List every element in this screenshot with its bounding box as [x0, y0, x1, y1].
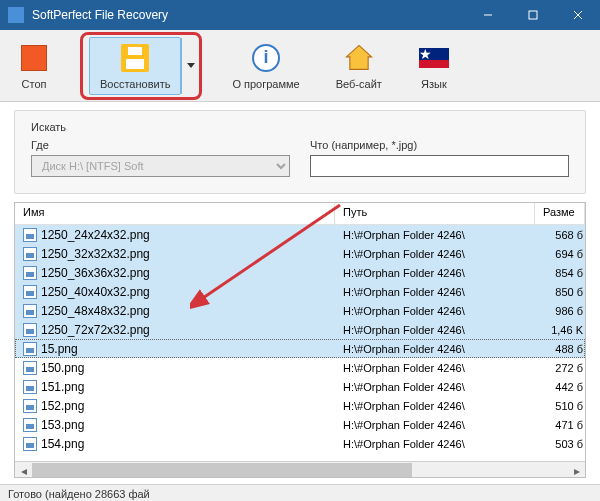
- table-row[interactable]: 1250_32x32x32.pngH:\#Orphan Folder 4246\…: [15, 244, 585, 263]
- file-path: H:\#Orphan Folder 4246\: [335, 229, 535, 241]
- file-name: 1250_72x72x32.png: [41, 323, 150, 337]
- search-panel: Искать Где Диск H:\ [NTFS] Soft Что (нап…: [14, 110, 586, 194]
- restore-button[interactable]: Восстановить: [89, 37, 181, 95]
- maximize-button[interactable]: [510, 0, 555, 30]
- file-size: 694 б: [535, 248, 585, 260]
- file-path: H:\#Orphan Folder 4246\: [335, 419, 535, 431]
- file-icon: [23, 266, 37, 280]
- search-section-label: Искать: [31, 121, 569, 133]
- column-path[interactable]: Путь: [335, 203, 535, 224]
- file-icon: [23, 247, 37, 261]
- file-icon: [23, 418, 37, 432]
- file-path: H:\#Orphan Folder 4246\: [335, 267, 535, 279]
- file-size: 1,46 K: [535, 324, 585, 336]
- file-path: H:\#Orphan Folder 4246\: [335, 400, 535, 412]
- chevron-down-icon: [187, 63, 195, 68]
- file-name: 153.png: [41, 418, 84, 432]
- restore-dropdown-button[interactable]: [181, 38, 199, 94]
- file-list: Имя Путь Разме 1250_24x24x32.pngH:\#Orph…: [14, 202, 586, 478]
- file-name: 154.png: [41, 437, 84, 451]
- file-size: 503 б: [535, 438, 585, 450]
- table-row[interactable]: 151.pngH:\#Orphan Folder 4246\442 б: [15, 377, 585, 396]
- statusbar: Готово (найдено 28663 фай: [0, 484, 600, 501]
- file-size: 850 б: [535, 286, 585, 298]
- file-name: 15.png: [41, 342, 78, 356]
- table-row[interactable]: 1250_36x36x32.pngH:\#Orphan Folder 4246\…: [15, 263, 585, 282]
- horizontal-scrollbar[interactable]: ◂ ▸: [15, 461, 585, 478]
- list-header: Имя Путь Разме: [15, 203, 585, 225]
- file-path: H:\#Orphan Folder 4246\: [335, 305, 535, 317]
- what-input[interactable]: [310, 155, 569, 177]
- file-name: 150.png: [41, 361, 84, 375]
- list-body[interactable]: 1250_24x24x32.pngH:\#Orphan Folder 4246\…: [15, 225, 585, 461]
- file-path: H:\#Orphan Folder 4246\: [335, 248, 535, 260]
- file-icon: [23, 380, 37, 394]
- file-size: 488 б: [535, 343, 585, 355]
- table-row[interactable]: 152.pngH:\#Orphan Folder 4246\510 б: [15, 396, 585, 415]
- stop-icon: [18, 42, 50, 74]
- file-name: 1250_48x48x32.png: [41, 304, 150, 318]
- svg-marker-4: [187, 63, 195, 68]
- table-row[interactable]: 154.pngH:\#Orphan Folder 4246\503 б: [15, 434, 585, 453]
- table-row[interactable]: 153.pngH:\#Orphan Folder 4246\471 б: [15, 415, 585, 434]
- scroll-left-arrow[interactable]: ◂: [15, 462, 32, 478]
- file-icon: [23, 304, 37, 318]
- home-icon: [343, 42, 375, 74]
- file-path: H:\#Orphan Folder 4246\: [335, 286, 535, 298]
- file-icon: [23, 342, 37, 356]
- svg-marker-5: [346, 45, 371, 69]
- file-size: 272 б: [535, 362, 585, 374]
- file-icon: [23, 228, 37, 242]
- app-icon: [8, 7, 24, 23]
- file-icon: [23, 285, 37, 299]
- file-name: 1250_40x40x32.png: [41, 285, 150, 299]
- table-row[interactable]: 1250_72x72x32.pngH:\#Orphan Folder 4246\…: [15, 320, 585, 339]
- toolbar: Стоп Восстановить i О программе Веб-сайт…: [0, 30, 600, 102]
- file-icon: [23, 437, 37, 451]
- close-button[interactable]: [555, 0, 600, 30]
- window-title: SoftPerfect File Recovery: [32, 8, 465, 22]
- column-name[interactable]: Имя: [15, 203, 335, 224]
- file-icon: [23, 323, 37, 337]
- file-size: 510 б: [535, 400, 585, 412]
- what-label: Что (например, *.jpg): [310, 139, 569, 151]
- floppy-icon: [119, 42, 151, 74]
- file-path: H:\#Orphan Folder 4246\: [335, 362, 535, 374]
- file-path: H:\#Orphan Folder 4246\: [335, 381, 535, 393]
- table-row[interactable]: 15.pngH:\#Orphan Folder 4246\488 б: [15, 339, 585, 358]
- website-button[interactable]: Веб-сайт: [330, 38, 388, 94]
- svg-rect-1: [529, 11, 537, 19]
- file-size: 986 б: [535, 305, 585, 317]
- where-label: Где: [31, 139, 290, 151]
- scroll-thumb[interactable]: [32, 463, 412, 478]
- restore-button-highlight: Восстановить: [80, 32, 202, 100]
- scroll-right-arrow[interactable]: ▸: [568, 462, 585, 478]
- file-name: 1250_24x24x32.png: [41, 228, 150, 242]
- file-icon: [23, 361, 37, 375]
- table-row[interactable]: 1250_48x48x32.pngH:\#Orphan Folder 4246\…: [15, 301, 585, 320]
- where-select[interactable]: Диск H:\ [NTFS] Soft: [31, 155, 290, 177]
- file-name: 1250_36x36x32.png: [41, 266, 150, 280]
- table-row[interactable]: 1250_24x24x32.pngH:\#Orphan Folder 4246\…: [15, 225, 585, 244]
- flag-icon: [418, 42, 450, 74]
- file-path: H:\#Orphan Folder 4246\: [335, 343, 535, 355]
- file-size: 568 б: [535, 229, 585, 241]
- file-name: 1250_32x32x32.png: [41, 247, 150, 261]
- file-icon: [23, 399, 37, 413]
- table-row[interactable]: 150.pngH:\#Orphan Folder 4246\272 б: [15, 358, 585, 377]
- file-path: H:\#Orphan Folder 4246\: [335, 438, 535, 450]
- file-name: 151.png: [41, 380, 84, 394]
- minimize-button[interactable]: [465, 0, 510, 30]
- file-name: 152.png: [41, 399, 84, 413]
- file-size: 854 б: [535, 267, 585, 279]
- file-size: 471 б: [535, 419, 585, 431]
- stop-button[interactable]: Стоп: [12, 38, 56, 94]
- column-size[interactable]: Разме: [535, 203, 585, 224]
- table-row[interactable]: 1250_40x40x32.pngH:\#Orphan Folder 4246\…: [15, 282, 585, 301]
- file-size: 442 б: [535, 381, 585, 393]
- file-path: H:\#Orphan Folder 4246\: [335, 324, 535, 336]
- about-button[interactable]: i О программе: [226, 38, 305, 94]
- language-button[interactable]: Язык: [412, 38, 456, 94]
- titlebar: SoftPerfect File Recovery: [0, 0, 600, 30]
- info-icon: i: [250, 42, 282, 74]
